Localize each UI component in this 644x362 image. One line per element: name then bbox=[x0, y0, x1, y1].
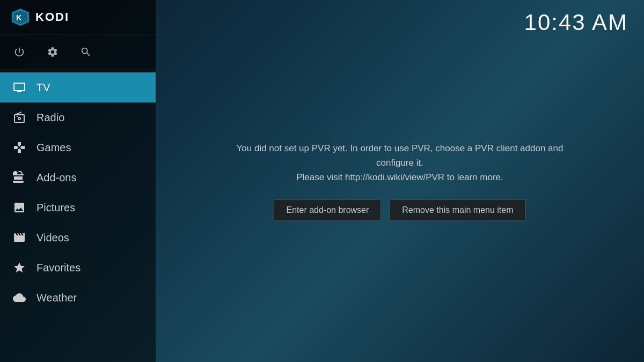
sidebar-item-weather-label: Weather bbox=[36, 292, 77, 304]
weather-icon bbox=[12, 290, 27, 305]
settings-button[interactable] bbox=[44, 43, 61, 61]
favorites-icon bbox=[12, 260, 27, 275]
sidebar-item-pictures-label: Pictures bbox=[36, 202, 75, 214]
search-icon bbox=[80, 46, 92, 58]
sidebar-item-radio-label: Radio bbox=[36, 112, 64, 124]
addons-icon bbox=[12, 170, 27, 185]
main-container: K KODI bbox=[0, 0, 644, 362]
sidebar-item-addons[interactable]: Add-ons bbox=[0, 162, 156, 193]
sidebar-toolbar bbox=[0, 35, 156, 70]
main-content: 10:43 AM You did not set up PVR yet. In … bbox=[156, 0, 644, 362]
games-icon bbox=[12, 140, 27, 155]
pvr-buttons-container: Enter add-on browser Remove this main me… bbox=[223, 200, 577, 221]
svg-text:K: K bbox=[16, 13, 22, 22]
sidebar-item-tv-label: TV bbox=[36, 82, 50, 94]
sidebar-item-weather[interactable]: Weather bbox=[0, 283, 156, 313]
sidebar-item-videos[interactable]: Videos bbox=[0, 223, 156, 253]
sidebar-item-radio[interactable]: Radio bbox=[0, 102, 156, 132]
radio-icon bbox=[12, 110, 27, 125]
sidebar-item-games-label: Games bbox=[36, 142, 71, 154]
power-icon bbox=[13, 46, 25, 58]
remove-menu-item-button[interactable]: Remove this main menu item bbox=[390, 200, 525, 221]
sidebar-item-pictures[interactable]: Pictures bbox=[0, 193, 156, 223]
clock-display: 10:43 AM bbox=[524, 10, 628, 35]
pvr-message-text: You did not set up PVR yet. In order to … bbox=[223, 141, 577, 185]
tv-icon bbox=[12, 80, 27, 95]
kodi-logo-icon: K bbox=[11, 8, 30, 27]
kodi-logo: K KODI bbox=[11, 8, 69, 27]
enter-addon-browser-button[interactable]: Enter add-on browser bbox=[274, 200, 381, 221]
sidebar-item-games[interactable]: Games bbox=[0, 132, 156, 162]
sidebar-item-favorites[interactable]: Favorites bbox=[0, 253, 156, 283]
search-button[interactable] bbox=[77, 43, 94, 61]
sidebar-item-videos-label: Videos bbox=[36, 232, 69, 244]
sidebar-header: K KODI bbox=[0, 0, 156, 35]
settings-icon bbox=[47, 46, 58, 58]
power-button[interactable] bbox=[11, 43, 28, 61]
sidebar-item-favorites-label: Favorites bbox=[36, 262, 80, 274]
videos-icon bbox=[12, 230, 27, 245]
sidebar-item-tv[interactable]: TV bbox=[0, 72, 156, 102]
pictures-icon bbox=[12, 200, 27, 215]
app-title: KODI bbox=[35, 10, 69, 24]
pvr-message-box: You did not set up PVR yet. In order to … bbox=[212, 130, 588, 232]
sidebar: K KODI bbox=[0, 0, 156, 362]
sidebar-item-addons-label: Add-ons bbox=[36, 172, 77, 184]
nav-menu: TV Radio Games bbox=[0, 70, 156, 362]
